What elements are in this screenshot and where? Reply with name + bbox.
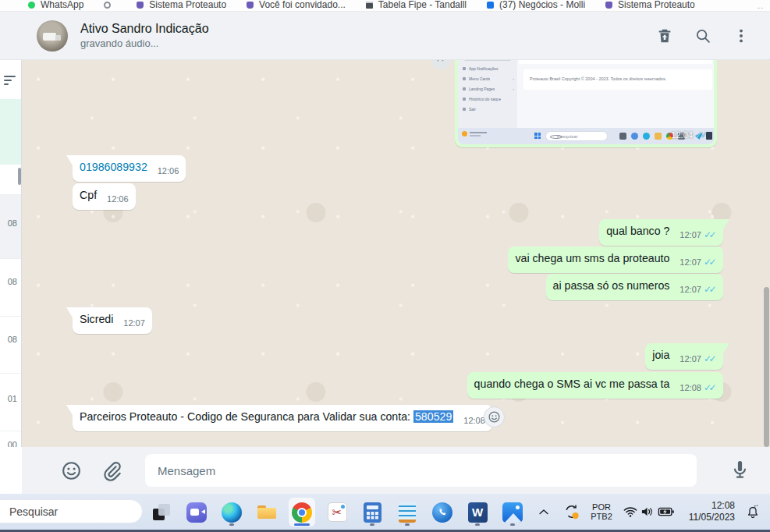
tab-negocios[interactable]: (37) Negócios - Molli	[487, 0, 585, 10]
message-bubble[interactable]: joia 12:07✓✓	[645, 343, 723, 370]
phone-number-link[interactable]: 01986089932	[80, 161, 147, 173]
chat-row-time: 08	[8, 335, 17, 344]
read-ticks-icon: ✓✓	[695, 129, 708, 140]
chat-list-scrollbar[interactable]	[18, 168, 21, 185]
message-bubble[interactable]: vai chega um sms da proteauto 12:07✓✓	[508, 246, 723, 273]
react-button[interactable]	[484, 406, 505, 427]
tab-sistema-proteauto[interactable]: Sistema Proteauto	[137, 0, 226, 10]
message-bubble[interactable]: 01986089932 12:06	[73, 155, 186, 182]
edge-button[interactable]	[218, 498, 245, 527]
tab-unknown[interactable]	[104, 2, 116, 9]
search-icon[interactable]	[694, 27, 711, 44]
screenshot-windows-icon	[534, 133, 541, 139]
tab-whatsapp[interactable]: WhatsApp	[28, 0, 83, 10]
sync-status-button[interactable]	[563, 494, 580, 530]
screen: WhatsApp Sistema Proteauto Você foi conv…	[0, 0, 770, 532]
notifications-button[interactable]: z z	[745, 494, 761, 530]
delete-chat-icon[interactable]	[656, 27, 673, 44]
volume-button[interactable]	[640, 494, 655, 530]
chat-row-time: 08	[8, 277, 17, 286]
message-bubble[interactable]: ai passa só os numeros 12:07✓✓	[546, 274, 723, 300]
language-line1: POR	[592, 502, 611, 512]
notepad-icon	[399, 502, 416, 523]
task-view-button[interactable]	[148, 498, 175, 527]
chat-row-time: 08	[8, 218, 17, 228]
tray-expand-button[interactable]	[537, 494, 551, 530]
photos-button[interactable]	[499, 498, 526, 527]
screenshot-weather-icon	[462, 131, 467, 137]
forward-arrow-icon	[435, 60, 448, 66]
task-view-icon	[152, 503, 171, 522]
taskbar-search-input[interactable]	[0, 499, 143, 523]
read-ticks-icon: ✓✓	[704, 382, 716, 393]
chat-title[interactable]: Ativo Sandro Indicação	[80, 20, 209, 37]
message-time: 12:08	[463, 413, 485, 428]
chrome-button[interactable]	[289, 498, 315, 527]
chat-row-time: 00	[8, 440, 17, 447]
message-time: 12:07✓✓	[680, 282, 716, 297]
clock-time: 12:08	[711, 500, 735, 512]
chat-row-time: 01	[8, 394, 17, 403]
chat-row[interactable]	[0, 258, 21, 316]
folder-icon	[257, 502, 277, 523]
shield-favicon-icon	[247, 2, 254, 9]
tab-overflow: ..	[758, 1, 764, 10]
tab-convite[interactable]: Você foi convidado...	[247, 0, 346, 10]
wifi-icon	[623, 504, 638, 520]
notepad-button[interactable]	[394, 498, 420, 527]
message-text: Cpf	[80, 189, 97, 201]
composer-bar	[22, 447, 770, 494]
message-time: 12:07✓✓	[680, 352, 716, 367]
message-time: 12:07	[123, 316, 145, 331]
table-favicon-icon	[366, 2, 373, 9]
snipping-tool-button[interactable]: ✂	[324, 498, 350, 527]
message-text: joia	[652, 349, 669, 361]
message-input[interactable]	[145, 454, 697, 487]
screenshot-image: App Notificações Menu Cards› Landing Pag…	[458, 60, 714, 144]
conversation-scrollbar[interactable]	[764, 287, 769, 447]
message-time: 12:06	[158, 164, 179, 179]
emoji-icon[interactable]	[61, 460, 82, 481]
phone-link-button[interactable]	[429, 498, 456, 527]
message-bubble[interactable]: qual banco ? 12:07✓✓	[599, 219, 723, 246]
chat-avatar[interactable]	[37, 20, 68, 51]
tab-tabela-fipe[interactable]: Tabela Fipe - Tandalll	[366, 0, 467, 10]
message-bubble[interactable]: Cpf 12:06	[73, 183, 136, 210]
shield-favicon-icon	[137, 2, 144, 9]
message-text: ai passa só os numeros	[553, 279, 670, 292]
language-indicator[interactable]: POR PTB2	[587, 494, 616, 530]
message-bubble[interactable]: quando chega o SMS ai vc me passa ta 12:…	[467, 372, 723, 399]
wifi-button[interactable]	[623, 494, 638, 530]
conversation-pane: App Notificações Menu Cards› Landing Pag…	[22, 60, 770, 447]
tab-label: Tabela Fipe - Tandalll	[378, 0, 467, 10]
taskbar-clock[interactable]: 12:08 11/05/2023	[672, 494, 735, 530]
teams-chat-button[interactable]	[183, 498, 210, 527]
language-line2: PTB2	[591, 512, 612, 522]
filter-icon[interactable]	[3, 73, 17, 87]
message-bubble[interactable]: Parceiros Proteauto - Codigo de Seguranc…	[73, 405, 492, 431]
svg-text:z: z	[757, 504, 758, 507]
chrome-icon	[292, 502, 312, 523]
tab-sistema-proteauto-2[interactable]: Sistema Proteauto	[605, 0, 695, 10]
read-ticks-icon: ✓✓	[704, 284, 716, 295]
menu-kebab-icon[interactable]	[733, 27, 750, 44]
tab-label: (37) Negócios - Molli	[499, 0, 585, 10]
message-text: quando chega o SMS ai vc me passa ta	[474, 378, 670, 390]
calculator-icon	[364, 502, 381, 523]
word-button[interactable]: W	[464, 498, 491, 527]
forward-button[interactable]	[431, 60, 452, 69]
file-explorer-button[interactable]	[254, 498, 280, 527]
sync-icon	[563, 503, 580, 520]
calculator-button[interactable]	[359, 498, 385, 527]
photos-icon	[502, 502, 523, 523]
scissors-icon: ✂	[328, 502, 347, 522]
chevron-up-icon	[537, 505, 551, 519]
circle-favicon-icon	[104, 2, 111, 9]
shield-favicon-icon	[605, 2, 612, 9]
mic-icon[interactable]	[729, 459, 750, 480]
image-message[interactable]: App Notificações Menu Cards› Landing Pag…	[455, 60, 717, 147]
attach-icon[interactable]	[101, 460, 122, 481]
chat-row[interactable]	[0, 316, 21, 373]
selected-chat-row[interactable]	[0, 99, 21, 165]
message-bubble[interactable]: Sicredi 12:07	[73, 307, 152, 334]
